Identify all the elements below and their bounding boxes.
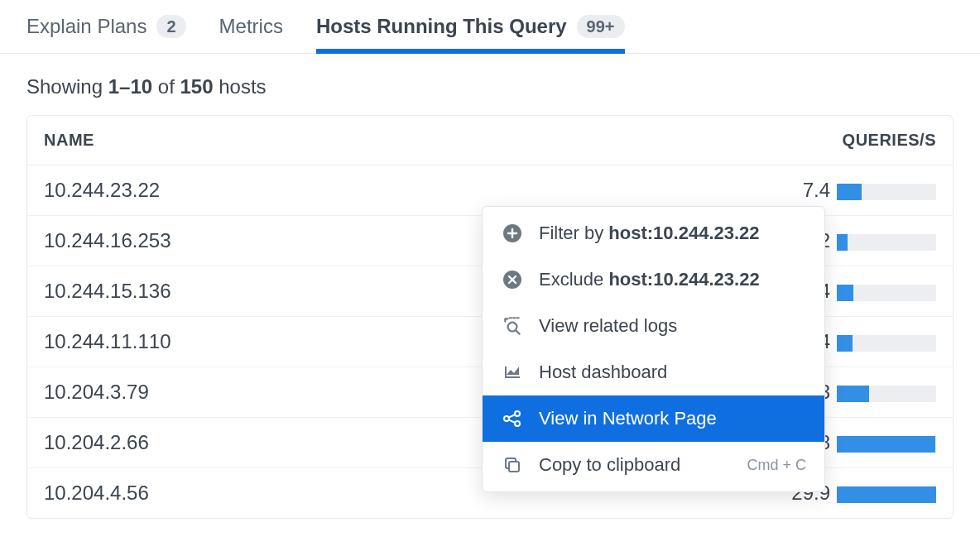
summary-total: 150: [180, 75, 213, 98]
copy-icon: [501, 453, 524, 477]
ctx-view-logs[interactable]: View related logs: [483, 303, 824, 349]
tab-badge: 99+: [577, 15, 625, 38]
qps-bar: [837, 386, 936, 402]
host-name-cell: 10.244.15.136: [27, 266, 456, 317]
ctx-label: Copy to clipboard: [539, 454, 732, 476]
qps-bar-fill: [837, 486, 936, 503]
tab-label: Metrics: [219, 15, 283, 38]
summary-prefix: Showing: [26, 75, 108, 98]
ctx-copy[interactable]: Copy to clipboard Cmd + C: [483, 442, 824, 488]
qps-bar: [837, 335, 936, 352]
col-qps[interactable]: QUERIES/S: [456, 116, 953, 165]
qps-bar-fill: [837, 184, 862, 200]
col-name[interactable]: NAME: [27, 116, 456, 165]
svg-point-4: [515, 411, 520, 416]
svg-point-3: [504, 416, 509, 421]
qps-bar-fill: [837, 335, 853, 352]
qps-bar-fill: [837, 285, 853, 301]
host-name-cell: 10.244.16.253: [27, 216, 456, 266]
ctx-exclude[interactable]: Exclude host:10.244.23.22: [483, 256, 824, 303]
ctx-label: Exclude host:10.244.23.22: [539, 269, 806, 290]
svg-rect-6: [509, 462, 519, 472]
tab-hosts[interactable]: Hosts Running This Query 99+: [316, 15, 625, 54]
tab-metrics[interactable]: Metrics: [219, 15, 283, 53]
summary-suffix: hosts: [214, 75, 267, 98]
summary-range: 1–10: [108, 75, 152, 98]
ctx-view-network[interactable]: View in Network Page: [483, 395, 824, 442]
qps-bar: [837, 184, 936, 200]
qps-bar: [837, 436, 936, 453]
host-name-cell: 10.244.23.22: [27, 165, 456, 216]
ctx-host-dashboard[interactable]: Host dashboard: [483, 349, 824, 395]
host-name-cell: 10.204.3.79: [27, 367, 456, 418]
ctx-filter-by[interactable]: Filter by host:10.244.23.22: [483, 210, 824, 256]
tab-label: Hosts Running This Query: [316, 15, 567, 38]
chart-area-icon: [501, 361, 524, 384]
ctx-label: Filter by host:10.244.23.22: [539, 223, 806, 244]
host-name-cell: 10.204.2.66: [27, 418, 456, 468]
ctx-shortcut: Cmd + C: [747, 457, 806, 474]
tab-label: Explain Plans: [26, 15, 147, 38]
x-circle-icon: [501, 268, 524, 291]
tab-bar: Explain Plans 2 Metrics Hosts Running Th…: [0, 0, 980, 54]
qps-bar-fill: [837, 436, 935, 453]
host-name-cell: 10.204.4.56: [27, 468, 456, 519]
qps-bar-fill: [837, 386, 869, 402]
qps-bar: [837, 285, 936, 301]
tab-badge: 2: [156, 15, 185, 38]
ctx-label: View in Network Page: [539, 408, 806, 429]
summary-mid: of: [152, 75, 180, 98]
host-name-cell: 10.244.11.110: [27, 317, 456, 367]
network-icon: [501, 407, 524, 430]
search-logs-icon: [501, 314, 524, 338]
svg-point-5: [515, 421, 520, 426]
results-summary: Showing 1–10 of 150 hosts: [0, 54, 980, 115]
tab-explain-plans[interactable]: Explain Plans 2: [26, 15, 186, 53]
qps-value: 7.4: [784, 179, 830, 202]
qps-bar: [837, 234, 936, 251]
qps-bar-fill: [837, 234, 848, 251]
ctx-label: Host dashboard: [539, 362, 806, 383]
plus-circle-icon: [501, 222, 524, 245]
ctx-label: View related logs: [539, 315, 806, 337]
context-menu: Filter by host:10.244.23.22 Exclude host…: [482, 206, 825, 492]
qps-bar: [837, 486, 936, 503]
